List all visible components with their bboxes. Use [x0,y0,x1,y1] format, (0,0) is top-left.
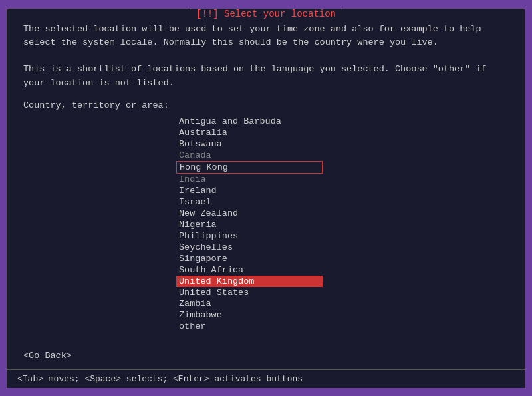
country-item[interactable]: Zimbabwe [176,309,323,321]
country-item[interactable]: Seychelles [176,242,323,253]
country-item[interactable]: Ireland [176,185,323,196]
country-item[interactable]: Singapore [176,253,323,264]
description: The selected location will be used to se… [23,23,509,90]
field-label: Country, territory or area: [23,100,509,110]
country-item[interactable]: Philippines [176,230,323,242]
outer-container: [!!] Select your location The selected l… [7,9,525,388]
desc-line3 [23,49,509,63]
main-dialog: [!!] Select your location The selected l… [7,9,525,369]
dialog-content: The selected location will be used to se… [7,9,525,345]
desc-line4: This is a shortlist of locations based o… [23,63,509,76]
country-item[interactable]: United Kingdom [176,276,323,287]
country-item[interactable]: India [176,174,323,185]
desc-line2: select the system locale. Normally this … [23,36,509,49]
status-bar: <Tab> moves; <Space> selects; <Enter> ac… [7,369,525,388]
country-item[interactable]: New Zealand [176,208,323,219]
country-item[interactable]: United States [176,287,323,298]
country-item[interactable]: Botswana [176,138,323,150]
country-item[interactable]: Australia [176,127,323,138]
country-item[interactable]: other [176,321,323,332]
title-bar: [!!] Select your location [191,9,341,19]
country-list: Antigua and BarbudaAustraliaBotswanaCana… [23,116,509,339]
country-item[interactable]: South Africa [176,264,323,276]
desc-line1: The selected location will be used to se… [23,23,509,36]
country-item[interactable]: Canada [176,150,323,161]
country-item[interactable]: Hong Kong [176,161,323,174]
country-item[interactable]: Israel [176,196,323,208]
go-back-button[interactable]: <Go Back> [23,351,72,361]
buttons-row: <Go Back> [7,345,525,369]
status-text: <Tab> moves; <Space> selects; <Enter> ac… [17,374,303,384]
country-item[interactable]: Nigeria [176,219,323,230]
desc-line5: your location is not listed. [23,77,509,90]
country-item[interactable]: Antigua and Barbuda [176,116,323,127]
country-item[interactable]: Zambia [176,298,323,309]
